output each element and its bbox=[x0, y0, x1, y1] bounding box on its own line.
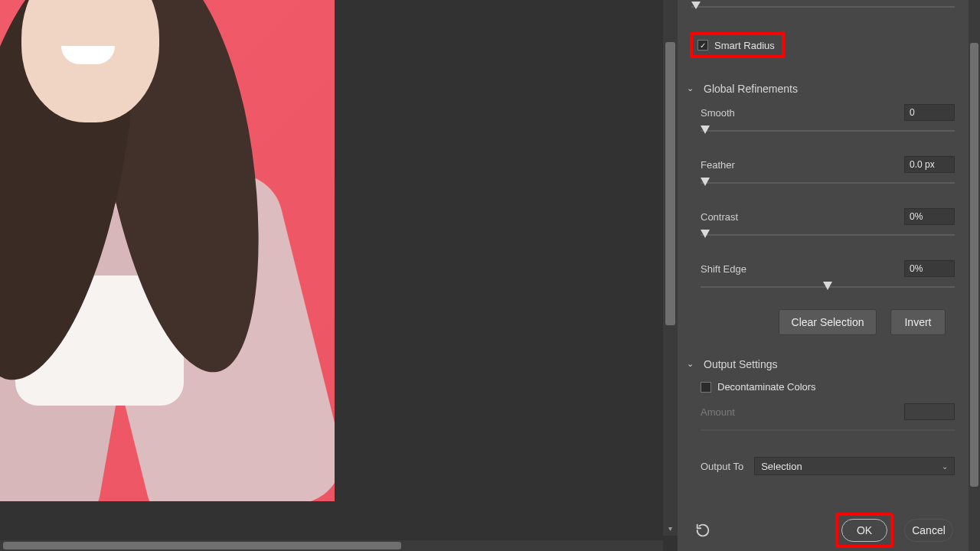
canvas-vertical-scrollbar[interactable]: ▾ bbox=[663, 0, 678, 536]
reset-icon bbox=[694, 522, 711, 539]
section-title: Global Refinements bbox=[704, 83, 798, 95]
cancel-button[interactable]: Cancel bbox=[904, 519, 953, 542]
smart-radius-checkbox[interactable]: ✓ bbox=[697, 40, 708, 51]
output-settings-header[interactable]: ⌄ Output Settings bbox=[687, 358, 959, 370]
canvas-area[interactable]: ▾ bbox=[0, 0, 678, 551]
output-to-label: Output To bbox=[701, 461, 743, 472]
canvas-horizontal-scrollbar[interactable] bbox=[0, 540, 663, 551]
amount-value-input bbox=[904, 403, 955, 420]
panel-footer: OK Cancel bbox=[678, 509, 969, 551]
image-preview[interactable] bbox=[0, 0, 335, 501]
properties-panel: ✓ Smart Radius ⌄ Global Refinements Smoo… bbox=[678, 0, 980, 551]
radius-slider[interactable] bbox=[691, 3, 955, 11]
slider-handle[interactable] bbox=[823, 282, 832, 290]
global-refinements-header[interactable]: ⌄ Global Refinements bbox=[687, 83, 959, 95]
decontaminate-colors-label: Decontaminate Colors bbox=[717, 381, 816, 393]
feather-value-input[interactable]: 0.0 px bbox=[904, 156, 955, 173]
ok-button[interactable]: OK bbox=[841, 519, 887, 542]
smooth-slider[interactable] bbox=[701, 126, 955, 136]
output-to-select[interactable]: Selection ⌄ bbox=[754, 457, 955, 475]
amount-slider bbox=[701, 425, 955, 435]
panel-vertical-scrollbar[interactable] bbox=[969, 0, 980, 551]
scrollbar-thumb[interactable] bbox=[665, 42, 675, 325]
shift-edge-value-input[interactable]: 0% bbox=[904, 260, 955, 277]
clear-selection-button[interactable]: Clear Selection bbox=[779, 309, 877, 335]
ok-button-highlight: OK bbox=[835, 513, 893, 548]
slider-handle[interactable] bbox=[701, 230, 710, 238]
reset-button[interactable] bbox=[694, 522, 711, 539]
feather-slider[interactable] bbox=[701, 178, 955, 188]
amount-label: Amount bbox=[701, 406, 735, 418]
chevron-down-icon: ⌄ bbox=[687, 359, 699, 369]
contrast-slider[interactable] bbox=[701, 230, 955, 240]
smart-radius-label: Smart Radius bbox=[714, 40, 775, 51]
smart-radius-highlight: ✓ Smart Radius bbox=[690, 32, 785, 58]
output-to-value: Selection bbox=[761, 461, 802, 472]
smooth-label: Smooth bbox=[701, 107, 735, 119]
shift-edge-slider[interactable] bbox=[701, 282, 955, 292]
slider-handle[interactable] bbox=[701, 126, 710, 134]
decontaminate-colors-checkbox[interactable]: ✓ bbox=[701, 382, 711, 393]
chevron-down-icon: ⌄ bbox=[942, 462, 948, 471]
shift-edge-label: Shift Edge bbox=[701, 263, 746, 275]
slider-handle[interactable] bbox=[701, 178, 710, 186]
invert-button[interactable]: Invert bbox=[890, 309, 946, 335]
scrollbar-thumb[interactable] bbox=[3, 542, 401, 549]
contrast-label: Contrast bbox=[701, 211, 738, 223]
chevron-down-icon: ⌄ bbox=[687, 83, 699, 93]
section-title: Output Settings bbox=[704, 358, 778, 370]
contrast-value-input[interactable]: 0% bbox=[904, 208, 955, 225]
smooth-value-input[interactable]: 0 bbox=[904, 104, 955, 121]
scroll-down-icon[interactable]: ▾ bbox=[663, 521, 678, 536]
feather-label: Feather bbox=[701, 159, 735, 171]
scrollbar-thumb[interactable] bbox=[970, 43, 978, 487]
